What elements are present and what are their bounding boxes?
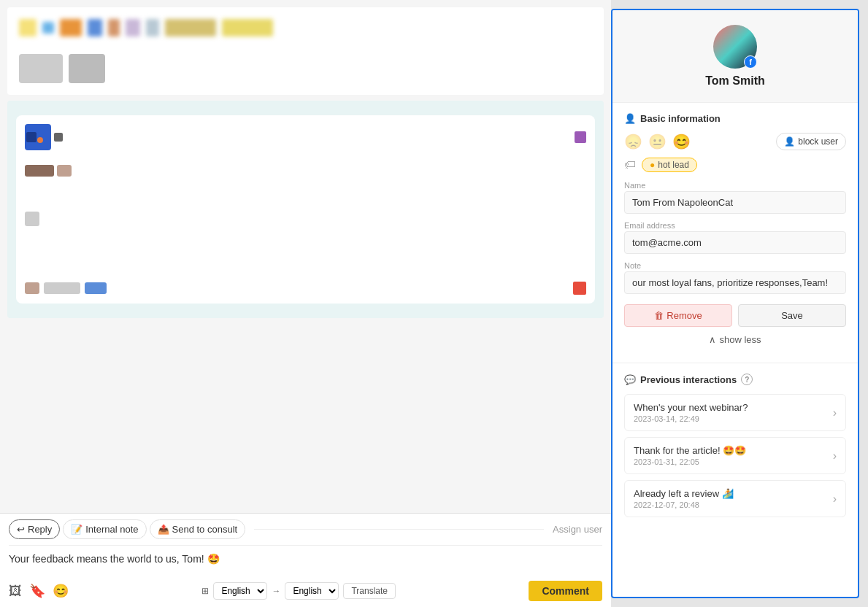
chat-icon: 💬 xyxy=(624,374,636,385)
hot-lead-dot: ● xyxy=(650,160,655,170)
sentiment-negative[interactable]: 😞 xyxy=(624,133,642,150)
translate-icon: ⊞ xyxy=(201,586,209,596)
image-icon[interactable]: 🖼 xyxy=(9,584,22,599)
tag-icon: 🏷 xyxy=(624,158,636,171)
avatar: f xyxy=(713,25,757,69)
facebook-badge: f xyxy=(744,55,757,69)
name-value[interactable]: Tom From NapoleonCat xyxy=(624,191,846,214)
interaction-date-2: 2022-12-07, 20:48 xyxy=(634,500,734,509)
show-less-label: show less xyxy=(719,334,761,345)
interaction-text-1: Thank for the article! 🤩🤩 xyxy=(634,445,746,456)
reply-icon: ↩ xyxy=(17,524,25,535)
name-field: Name Tom From NapoleonCat xyxy=(624,181,846,214)
send-to-consult-label: Send to consult xyxy=(172,524,238,535)
save-button[interactable]: Save xyxy=(738,304,846,327)
compose-area[interactable]: Your feedback means the world to us, Tom… xyxy=(9,546,602,575)
chevron-right-icon-2: › xyxy=(833,492,837,506)
send-to-consult-icon: 📤 xyxy=(158,524,169,535)
internal-note-tab[interactable]: 📝 Internal note xyxy=(63,519,146,539)
chevron-right-icon-1: › xyxy=(833,449,837,463)
trash-icon: 🗑 xyxy=(654,310,664,321)
arrow-icon: → xyxy=(272,586,280,596)
remove-button[interactable]: 🗑 Remove xyxy=(624,304,732,327)
tag-row: 🏷 ● hot lead xyxy=(624,158,846,172)
send-to-consult-tab[interactable]: 📤 Send to consult xyxy=(150,519,246,539)
interaction-date-1: 2023-01-31, 22:05 xyxy=(634,457,746,466)
internal-note-label: Internal note xyxy=(85,524,138,535)
translate-row: ⊞ English → English Translate xyxy=(201,582,396,600)
action-tabs: ↩ Reply 📝 Internal note 📤 Send to consul… xyxy=(9,519,602,546)
sentiment-positive[interactable]: 😊 xyxy=(672,133,691,150)
compose-tools: 🖼 🔖 😊 xyxy=(9,583,69,599)
sentiment-neutral[interactable]: 😐 xyxy=(648,133,667,150)
assign-user-placeholder[interactable]: Assign user xyxy=(553,524,602,535)
basic-info-icon: 👤 xyxy=(624,113,636,124)
block-user-icon: 👤 xyxy=(784,136,795,147)
basic-info-section: 👤 Basic information 😞 😐 😊 👤 block user 🏷… xyxy=(612,103,858,363)
interaction-date-0: 2023-03-14, 22:49 xyxy=(634,414,748,423)
bottom-bar: ↩ Reply 📝 Internal note 📤 Send to consul… xyxy=(0,513,611,607)
translate-from-select[interactable]: English xyxy=(213,582,267,600)
block-user-button[interactable]: 👤 block user xyxy=(776,133,846,150)
interaction-item-1[interactable]: Thank for the article! 🤩🤩 2023-01-31, 22… xyxy=(624,437,846,474)
prev-interactions-title: 💬 Previous interactions ? xyxy=(624,374,846,385)
help-icon[interactable]: ? xyxy=(741,374,753,385)
user-header: f Tom Smith xyxy=(612,10,858,103)
interaction-item-0[interactable]: When's your next webinar? 2023-03-14, 22… xyxy=(624,394,846,431)
internal-note-icon: 📝 xyxy=(71,524,82,535)
bookmark-icon[interactable]: 🔖 xyxy=(29,583,45,599)
emoji-icon[interactable]: 😊 xyxy=(53,583,69,599)
show-less-row[interactable]: ∧ show less xyxy=(624,327,846,352)
translate-to-select[interactable]: English xyxy=(285,582,339,600)
comment-section xyxy=(7,101,604,318)
interaction-text-2: Already left a review 🏄 xyxy=(634,488,734,499)
email-field: Email address tom@acme.com xyxy=(624,221,846,254)
comment-card xyxy=(16,115,595,304)
chevron-right-icon-0: › xyxy=(833,406,837,420)
interaction-text-0: When's your next webinar? xyxy=(634,402,748,413)
email-value[interactable]: tom@acme.com xyxy=(624,231,846,254)
user-name: Tom Smith xyxy=(705,74,764,88)
content-area xyxy=(0,0,611,513)
note-value[interactable]: our most loyal fans, prioritize response… xyxy=(624,271,846,294)
comment-button[interactable]: Comment xyxy=(529,581,602,601)
compose-footer: 🖼 🔖 😊 ⊞ English → English Translate Comm… xyxy=(9,581,602,601)
sentiment-row: 😞 😐 😊 👤 block user xyxy=(624,133,846,150)
reply-tab[interactable]: ↩ Reply xyxy=(9,519,60,539)
reply-label: Reply xyxy=(28,524,52,535)
post-card-top xyxy=(7,7,604,95)
hot-lead-tag[interactable]: ● hot lead xyxy=(642,158,697,172)
action-buttons: 🗑 Remove Save xyxy=(624,304,846,327)
right-panel: f Tom Smith 👤 Basic information 😞 😐 😊 👤 … xyxy=(611,9,859,598)
note-field: Note our most loyal fans, prioritize res… xyxy=(624,261,846,294)
compose-text: Your feedback means the world to us, Tom… xyxy=(9,553,220,565)
tab-divider xyxy=(254,529,544,530)
left-panel: ↩ Reply 📝 Internal note 📤 Send to consul… xyxy=(0,0,611,607)
interaction-item-2[interactable]: Already left a review 🏄 2022-12-07, 20:4… xyxy=(624,480,846,517)
translate-button[interactable]: Translate xyxy=(343,583,396,599)
basic-info-title: 👤 Basic information xyxy=(624,113,846,124)
chevron-up-icon: ∧ xyxy=(709,334,716,345)
previous-interactions: 💬 Previous interactions ? When's your ne… xyxy=(612,363,858,533)
